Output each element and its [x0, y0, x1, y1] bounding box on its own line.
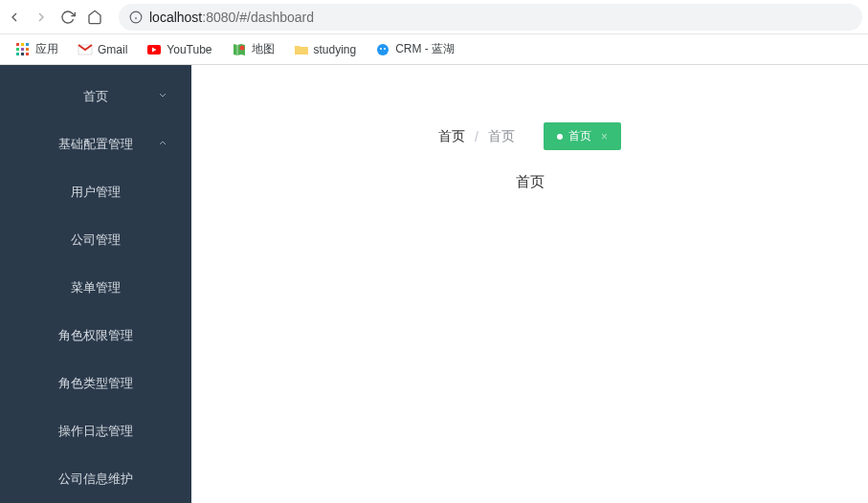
svg-rect-9 — [16, 53, 19, 55]
svg-rect-10 — [21, 53, 24, 55]
svg-point-13 — [239, 45, 244, 50]
svg-rect-7 — [21, 48, 24, 51]
sidebar-item-label: 公司信息维护 — [58, 470, 133, 488]
sidebar-item-basic-config[interactable]: 基础配置管理 — [0, 120, 191, 168]
svg-rect-3 — [16, 43, 19, 46]
bookmark-label: studying — [314, 43, 357, 56]
sidebar-item-label: 首页 — [83, 88, 108, 105]
svg-point-14 — [377, 44, 389, 55]
info-icon — [128, 10, 144, 25]
sidebar-item-label: 用户管理 — [71, 184, 121, 201]
svg-point-16 — [384, 48, 386, 50]
svg-rect-5 — [26, 43, 29, 46]
tag-label: 首页 — [568, 128, 591, 144]
back-button[interactable] — [6, 9, 23, 26]
bookmark-gmail[interactable]: Gmail — [70, 38, 135, 61]
bookmarks-bar: 应用 Gmail YouTube 地图 studying CRM - 蓝湖 — [0, 34, 868, 65]
sidebar-item-home[interactable]: 首页 — [0, 73, 191, 120]
apps-icon — [15, 42, 31, 57]
sidebar-item-user-mgmt[interactable]: 用户管理 — [0, 168, 191, 216]
sidebar-item-label: 基础配置管理 — [58, 136, 133, 153]
sidebar-item-label: 菜单管理 — [71, 279, 121, 296]
home-button[interactable] — [86, 9, 103, 26]
bookmark-label: CRM - 蓝湖 — [395, 41, 455, 57]
folder-icon — [294, 42, 309, 57]
sidebar-item-role-type[interactable]: 角色类型管理 — [0, 360, 191, 407]
breadcrumb-separator: / — [475, 129, 479, 144]
breadcrumb-row: 首页 / 首页 首页 × — [438, 122, 621, 150]
sidebar-item-menu-mgmt[interactable]: 菜单管理 — [0, 264, 191, 312]
lanhu-icon — [375, 42, 390, 57]
reload-button[interactable] — [59, 9, 77, 26]
sidebar-item-label: 角色类型管理 — [58, 375, 133, 392]
address-bar[interactable]: localhost:8080/#/dashboard — [119, 4, 862, 31]
close-icon[interactable]: × — [601, 130, 608, 143]
sidebar-item-oplog[interactable]: 操作日志管理 — [0, 407, 191, 455]
sidebar-item-label: 操作日志管理 — [58, 423, 133, 440]
page-tag[interactable]: 首页 × — [544, 122, 621, 150]
sidebar-item-label: 公司管理 — [71, 231, 121, 249]
bookmark-crm[interactable]: CRM - 蓝湖 — [367, 37, 462, 61]
svg-rect-6 — [16, 48, 19, 51]
sidebar: 首页 基础配置管理 用户管理 公司管理 菜单管理 角色权限管理 角色类型管理 操… — [0, 65, 191, 503]
sidebar-item-role-perm[interactable]: 角色权限管理 — [0, 312, 191, 360]
app-container: 首页 基础配置管理 用户管理 公司管理 菜单管理 角色权限管理 角色类型管理 操… — [0, 65, 868, 503]
sidebar-item-label: 角色权限管理 — [58, 327, 133, 344]
sidebar-item-company-mgmt[interactable]: 公司管理 — [0, 216, 191, 264]
bookmark-youtube[interactable]: YouTube — [139, 38, 219, 61]
gmail-icon — [78, 42, 93, 57]
svg-rect-4 — [21, 43, 24, 46]
bookmark-studying[interactable]: studying — [286, 38, 365, 61]
maps-icon — [232, 42, 247, 57]
breadcrumb-current: 首页 — [438, 128, 465, 145]
chevron-down-icon — [157, 90, 168, 104]
svg-rect-8 — [26, 48, 29, 51]
browser-toolbar: localhost:8080/#/dashboard — [0, 0, 868, 34]
bookmark-label: 应用 — [35, 41, 58, 57]
bookmark-apps[interactable]: 应用 — [8, 37, 66, 61]
tag-dot-icon — [557, 134, 563, 140]
sidebar-item-company-info[interactable]: 公司信息维护 — [0, 455, 191, 503]
url-text: localhost:8080/#/dashboard — [149, 10, 314, 25]
chevron-up-icon — [157, 138, 168, 152]
svg-rect-11 — [26, 53, 29, 55]
youtube-icon — [146, 42, 162, 57]
breadcrumb-link[interactable]: 首页 — [488, 128, 515, 145]
svg-point-15 — [380, 48, 382, 50]
bookmark-label: Gmail — [98, 43, 127, 56]
bookmark-maps[interactable]: 地图 — [224, 37, 282, 61]
bookmark-label: YouTube — [167, 43, 211, 56]
main-content: 首页 / 首页 首页 × 首页 — [191, 65, 868, 503]
bookmark-label: 地图 — [252, 41, 275, 57]
page-title: 首页 — [516, 173, 545, 191]
forward-button[interactable] — [33, 9, 50, 26]
